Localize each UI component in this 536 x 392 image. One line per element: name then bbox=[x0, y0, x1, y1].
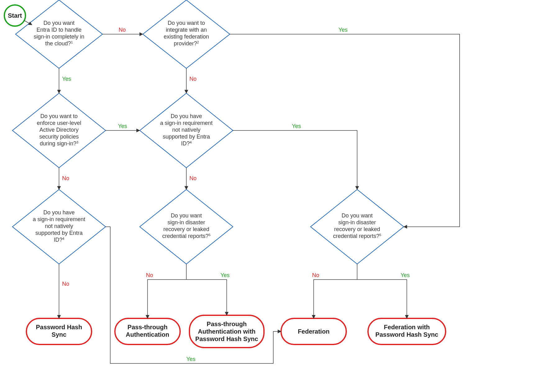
label-d6-yes: Yes bbox=[220, 272, 229, 278]
svg-text:credential reports?5: credential reports?5 bbox=[162, 233, 210, 239]
svg-text:Do you have: Do you have bbox=[43, 209, 75, 216]
svg-text:sign-in disaster: sign-in disaster bbox=[338, 219, 376, 226]
label-d1-yes: Yes bbox=[62, 76, 71, 82]
label-d5-no: No bbox=[62, 281, 69, 287]
endpoint-pass-through-auth-phs: Pass-through Authentication with Passwor… bbox=[189, 315, 264, 348]
edge-d7-no bbox=[314, 280, 357, 318]
svg-text:Do you want to: Do you want to bbox=[168, 20, 205, 26]
edge-d7-yes bbox=[357, 280, 407, 318]
label-d3-no: No bbox=[62, 175, 69, 181]
decision-d3: Do you want to enforce user-level Active… bbox=[12, 93, 106, 168]
svg-text:a sign-in requirement: a sign-in requirement bbox=[160, 120, 212, 126]
label-d2-no: No bbox=[189, 76, 197, 82]
start-node: Start bbox=[4, 5, 25, 26]
svg-text:Active Directory: Active Directory bbox=[39, 127, 79, 133]
decision-d4: Do you have a sign-in requirement not na… bbox=[140, 93, 233, 168]
label-d2-yes: Yes bbox=[338, 27, 347, 33]
label-d7-yes: Yes bbox=[401, 272, 410, 278]
svg-text:Federation: Federation bbox=[298, 328, 329, 335]
svg-text:provider?2: provider?2 bbox=[174, 40, 199, 47]
svg-text:enforce user-level: enforce user-level bbox=[37, 120, 81, 126]
svg-text:during sign-in?3: during sign-in?3 bbox=[40, 140, 78, 147]
svg-text:Authentication: Authentication bbox=[126, 331, 169, 338]
endpoint-password-hash-sync: Password Hash Sync bbox=[26, 318, 92, 344]
decision-d1: Do you want Entra ID to handle sign-in c… bbox=[16, 0, 102, 68]
svg-text:Do you want: Do you want bbox=[43, 20, 75, 26]
svg-text:existing federation: existing federation bbox=[164, 34, 209, 40]
edge-d6-no bbox=[148, 280, 186, 318]
flowchart-canvas: Start Do you want Entra ID to handle sig… bbox=[0, 0, 536, 392]
label-d6-no: No bbox=[146, 272, 153, 278]
svg-text:not natively: not natively bbox=[45, 223, 73, 229]
svg-text:sign-in disaster: sign-in disaster bbox=[167, 219, 205, 226]
svg-text:credential reports?5: credential reports?5 bbox=[333, 233, 381, 239]
svg-text:Pass-through: Pass-through bbox=[128, 324, 168, 330]
label-d4-no: No bbox=[189, 175, 197, 181]
decision-d6: Do you want sign-in disaster recovery or… bbox=[140, 189, 233, 264]
endpoint-pass-through-auth: Pass-through Authentication bbox=[115, 318, 180, 344]
svg-text:Password Hash: Password Hash bbox=[36, 324, 82, 330]
label-d1-no: No bbox=[119, 27, 126, 33]
svg-text:Do you want: Do you want bbox=[342, 212, 373, 219]
svg-text:recovery or leaked: recovery or leaked bbox=[163, 226, 209, 232]
svg-text:Password Hash Sync: Password Hash Sync bbox=[375, 331, 438, 338]
svg-text:Start: Start bbox=[8, 12, 22, 19]
svg-text:Sync: Sync bbox=[52, 331, 66, 338]
svg-text:a sign-in requirement: a sign-in requirement bbox=[33, 216, 85, 222]
svg-text:sign-in completely in: sign-in completely in bbox=[34, 34, 84, 40]
label-d5-yes: Yes bbox=[186, 356, 195, 362]
svg-text:recovery or leaked: recovery or leaked bbox=[334, 226, 380, 232]
endpoint-federation-phs: Federation with Password Hash Sync bbox=[368, 318, 446, 344]
decision-d5: Do you have a sign-in requirement not na… bbox=[12, 189, 106, 264]
endpoint-federation: Federation bbox=[281, 318, 346, 344]
svg-text:Federation with: Federation with bbox=[384, 324, 430, 330]
edge-d6-yes bbox=[186, 280, 227, 315]
svg-text:Entra ID to handle: Entra ID to handle bbox=[36, 27, 81, 33]
edge-d4-yes bbox=[233, 130, 357, 189]
decision-d7: Do you want sign-in disaster recovery or… bbox=[311, 189, 404, 264]
svg-text:the cloud?1: the cloud?1 bbox=[45, 40, 73, 47]
svg-text:Do you want: Do you want bbox=[171, 212, 202, 219]
decision-d2: Do you want to integrate with an existin… bbox=[143, 0, 230, 68]
svg-text:supported by Entra: supported by Entra bbox=[163, 134, 210, 140]
label-d4-yes: Yes bbox=[292, 123, 301, 129]
svg-text:Do you want to: Do you want to bbox=[40, 113, 78, 119]
svg-text:Password Hash Sync: Password Hash Sync bbox=[195, 335, 258, 342]
svg-text:not natively: not natively bbox=[172, 127, 200, 133]
label-d3-yes: Yes bbox=[118, 123, 127, 129]
label-d7-no: No bbox=[312, 272, 319, 278]
svg-text:supported by Entra: supported by Entra bbox=[35, 230, 83, 236]
svg-text:Do you have: Do you have bbox=[170, 113, 202, 119]
svg-text:integrate with an: integrate with an bbox=[166, 27, 207, 33]
svg-text:security policies: security policies bbox=[39, 134, 79, 140]
svg-text:Pass-through: Pass-through bbox=[207, 321, 247, 327]
svg-text:Authentication with: Authentication with bbox=[198, 328, 256, 335]
